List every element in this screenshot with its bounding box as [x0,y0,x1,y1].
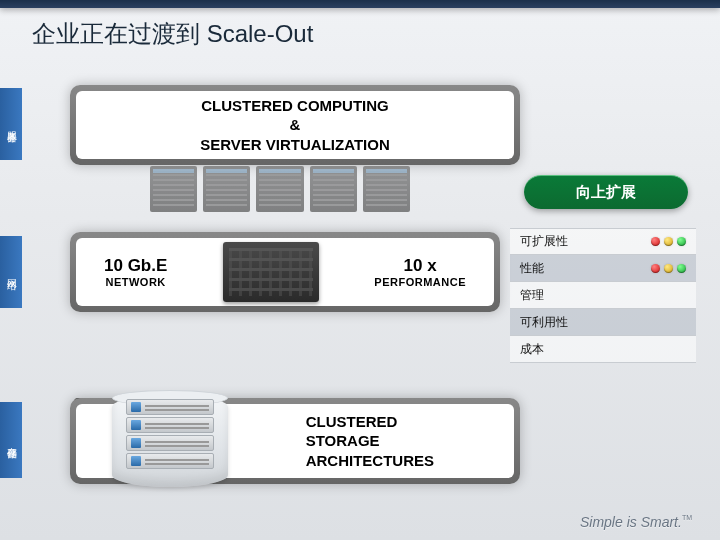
servers-heading-amp: & [200,115,389,135]
attr-row: 可利用性 [510,309,696,336]
servers-band-inner: CLUSTERED COMPUTING & SERVER VIRTUALIZAT… [76,91,514,159]
network-switch-icon [223,242,319,302]
status-dot-red [651,237,660,246]
attr-row: 成本 [510,336,696,363]
mini-server-icon [310,166,357,212]
storage-heading-line1: CLUSTERED [306,412,434,432]
status-lights [651,264,686,273]
status-dot-green [677,264,686,273]
slide-title: 企业正在过渡到 Scale-Out [32,18,313,50]
network-speed-label: NETWORK [104,276,167,288]
attr-label: 成本 [520,341,544,358]
status-dot-red [651,264,660,273]
network-right: 10 x PERFORMANCE [374,256,466,288]
mini-server-icon [256,166,303,212]
network-perf: 10 x [374,256,466,276]
footer-text: Simple is Smart. [580,514,682,530]
storage-heading-line3: ARCHITECTURES [306,451,434,471]
footer-brand: Simple is Smart.TM [580,514,692,530]
network-band: 10 Gb.E NETWORK 10 x PERFORMANCE [70,232,500,312]
status-dot-yellow [664,237,673,246]
servers-band: CLUSTERED COMPUTING & SERVER VIRTUALIZAT… [70,85,520,165]
status-dot-yellow [664,264,673,273]
attr-row: 管理 [510,282,696,309]
servers-heading-line2: SERVER VIRTUALIZATION [200,135,389,155]
attr-label: 性能 [520,260,544,277]
disk-icon [126,453,214,469]
network-left: 10 Gb.E NETWORK [104,256,167,288]
server-rack-icons [150,166,410,212]
network-speed: 10 Gb.E [104,256,167,276]
status-lights [651,237,686,246]
section-label-servers: 服务器 [0,88,22,160]
status-dot-green [677,237,686,246]
attr-label: 管理 [520,287,544,304]
network-perf-label: PERFORMANCE [374,276,466,288]
section-label-storage: 存储器 [0,402,22,478]
servers-heading: CLUSTERED COMPUTING & SERVER VIRTUALIZAT… [200,96,389,155]
footer-tm: TM [682,514,692,521]
attributes-table: 可扩展性 性能 管理 可利用性 成本 [510,228,696,363]
disk-icon [126,435,214,451]
storage-heading-line2: STORAGE [306,431,434,451]
attr-label: 可利用性 [520,314,568,331]
attr-label: 可扩展性 [520,233,568,250]
network-band-inner: 10 Gb.E NETWORK 10 x PERFORMANCE [76,238,494,306]
disk-stack-icon [126,399,214,471]
attr-row: 可扩展性 [510,228,696,255]
mini-server-icon [363,166,410,212]
section-label-network: 网络 [0,236,22,308]
mini-server-icon [150,166,197,212]
servers-heading-line1: CLUSTERED COMPUTING [200,96,389,116]
attr-row: 性能 [510,255,696,282]
scale-up-pill: 向上扩展 [524,175,688,209]
disk-icon [126,399,214,415]
mini-server-icon [203,166,250,212]
storage-heading: CLUSTERED STORAGE ARCHITECTURES [306,412,434,471]
disk-icon [126,417,214,433]
top-bar [0,0,720,8]
